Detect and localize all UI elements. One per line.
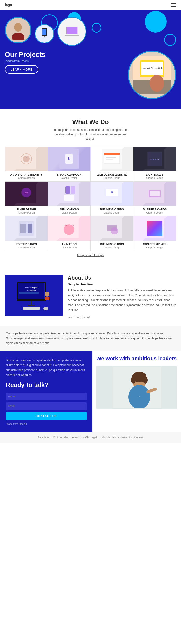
svg-text:b: b	[111, 190, 113, 194]
svg-rect-24	[106, 157, 116, 158]
grid-item-music[interactable]: MUSIC TEMPLATE Graphic Design	[134, 216, 176, 251]
svg-point-1	[12, 32, 24, 40]
hero-phone-circle	[35, 24, 54, 44]
grid-img-biz1: b	[91, 182, 133, 206]
portfolio-grid: M A CORPORATE IDENTITY Graphic Design b …	[5, 146, 176, 251]
about-text: About Us Sample Headline Article evident…	[68, 275, 176, 319]
grid-text-flyer: FLYER DESIGN Graphic Design	[5, 206, 48, 216]
footer-sample-text: Sample text. Click to select the text bo…	[5, 435, 176, 440]
grid-item-brand[interactable]: b BRAND CAMPAIGN Graphic Design	[48, 147, 90, 181]
contact-us-button[interactable]: CONTACT US	[6, 412, 87, 420]
svg-rect-53	[147, 221, 162, 236]
about-headline: Sample Headline	[68, 282, 176, 286]
ready-right: We work with ambitious leaders ▲	[92, 350, 181, 433]
hero-bottom: Our Projects Images from Freepik LEARN M…	[5, 51, 176, 99]
svg-rect-63	[23, 307, 40, 310]
hero-img-credit: Images from Freepik	[5, 60, 126, 62]
svg-text:LIGHTBOX: LIGHTBOX	[150, 159, 159, 160]
grid-text-biz1: BUSINESS CARDS Graphic Design	[91, 206, 133, 216]
grid-img-poster	[5, 216, 48, 240]
grid-text-biz3: BUSINESS CARDS Graphic Design	[91, 240, 133, 251]
hero-right-circle: Health & Fitness Club	[128, 51, 176, 99]
grid-item-biz3[interactable]: BUSINESS CARDS Graphic Design	[91, 216, 133, 251]
hamburger-menu[interactable]	[171, 3, 176, 6]
learn-more-button[interactable]: LEARN MORE	[5, 65, 38, 74]
grid-text-corporate: A CORPORATE IDENTITY Graphic Design	[5, 171, 48, 181]
about-title: About Us	[68, 275, 176, 281]
grid-img-corporate: M	[5, 147, 48, 171]
about-img-credit: Image from Freepik	[68, 316, 90, 318]
hero-section: Our Projects Images from Freepik LEARN M…	[0, 10, 181, 109]
about-image: Learn Instagram photography	[5, 275, 63, 316]
person-image: ▲	[96, 366, 177, 409]
hero-laptop-circle	[58, 17, 86, 46]
grid-img-apps	[48, 182, 90, 206]
ambitious-title: We work with ambitious leaders	[96, 356, 177, 362]
grid-item-web[interactable]: WEB DESIGN WEBSITE Graphic Design	[91, 147, 133, 181]
what-we-do-description: Lorem ipsum dolor sit amet, consectetur …	[52, 128, 129, 142]
svg-point-51	[111, 227, 118, 234]
grid-item-lightbox[interactable]: LIGHTBOX LIGHTBOXES Graphic Design	[134, 147, 176, 181]
ready-section: Duis aute irure dolor in reprehenderit i…	[0, 350, 181, 433]
svg-rect-33	[66, 186, 70, 194]
grid-item-biz1[interactable]: b BUSINESS CARDS Graphic Design	[91, 182, 133, 216]
grid-text-poster: POSTER CARDS Graphic Design	[5, 240, 48, 251]
ready-title: Ready to talk?	[6, 381, 87, 389]
grid-item-biz2[interactable]: BUSINESS CARDS Graphic Design	[134, 182, 176, 216]
ready-top-text: Duis aute irure dolor in reprehenderit i…	[6, 358, 87, 378]
svg-text:▲: ▲	[138, 395, 140, 398]
grid-item-flyer[interactable]: logo FLYER DESIGN Graphic Design	[5, 182, 48, 216]
svg-point-71	[143, 376, 148, 384]
footer: Sample text. Click to select the text bo…	[0, 432, 181, 442]
svg-rect-60	[19, 292, 38, 294]
grid-img-music	[134, 216, 176, 240]
name-input[interactable]	[6, 393, 87, 400]
grid-img-lightbox: LIGHTBOX	[134, 147, 176, 171]
email-input[interactable]	[6, 402, 87, 410]
text-block: Mauris pellentesque pulvinar pellentesqu…	[0, 326, 181, 350]
svg-rect-44	[20, 224, 26, 233]
header: logo	[0, 0, 181, 10]
about-us-section: Learn Instagram photography About Us Sam…	[0, 268, 181, 326]
grid-img-biz2	[134, 182, 176, 206]
grid-text-lightbox: LIGHTBOXES Graphic Design	[134, 171, 176, 181]
svg-point-70	[131, 376, 136, 384]
svg-rect-7	[65, 34, 79, 36]
hamburger-line2	[171, 4, 176, 5]
grid-text-apps: APPLICATIONS Digital Design	[48, 206, 90, 216]
svg-text:M: M	[26, 156, 27, 158]
svg-rect-35	[64, 195, 74, 201]
grid-img-biz3	[91, 216, 133, 240]
svg-rect-25	[106, 159, 113, 160]
grid-item-apps[interactable]: APPLICATIONS Digital Design	[48, 182, 90, 216]
grid-img-brand: b	[48, 147, 90, 171]
hero-left: Our Projects Images from Freepik LEARN M…	[5, 51, 126, 74]
svg-point-0	[14, 23, 22, 32]
what-we-do-section: What We Do Lorem ipsum dolor sit amet, c…	[0, 109, 181, 268]
svg-rect-3	[42, 29, 46, 35]
svg-rect-41	[150, 191, 160, 196]
svg-text:b: b	[68, 156, 70, 161]
grid-text-web: WEB DESIGN WEBSITE Graphic Design	[91, 171, 133, 181]
grid-text-music: MUSIC TEMPLATE Graphic Design	[134, 240, 176, 251]
svg-text:Learn Instagram: Learn Instagram	[25, 287, 38, 289]
svg-text:logo: logo	[24, 192, 28, 194]
grid-text-anim: ANIMATION Digital Design	[48, 240, 90, 251]
grid-item-corporate[interactable]: M A CORPORATE IDENTITY Graphic Design	[5, 147, 48, 181]
svg-text:Health & Fitness Club: Health & Fitness Club	[142, 67, 162, 69]
svg-rect-6	[66, 27, 78, 34]
svg-rect-62	[28, 305, 35, 306]
hamburger-line1	[171, 3, 176, 4]
svg-point-4	[44, 36, 45, 38]
ready-left: Duis aute irure dolor in reprehenderit i…	[0, 350, 92, 433]
svg-rect-57	[18, 284, 44, 299]
grid-img-web	[91, 147, 133, 171]
svg-point-65	[45, 292, 50, 296]
svg-point-13	[150, 75, 164, 92]
projects-title: Our Projects	[5, 51, 126, 58]
svg-rect-34	[71, 186, 75, 194]
about-body: Article evident arrived express highest …	[68, 288, 176, 313]
grid-item-poster[interactable]: POSTER CARDS Graphic Design	[5, 216, 48, 251]
grid-item-anim[interactable]: OUT OF DIM ANIMATION Digital Design	[48, 216, 90, 251]
grid-text-biz2: BUSINESS CARDS Graphic Design	[134, 206, 176, 216]
